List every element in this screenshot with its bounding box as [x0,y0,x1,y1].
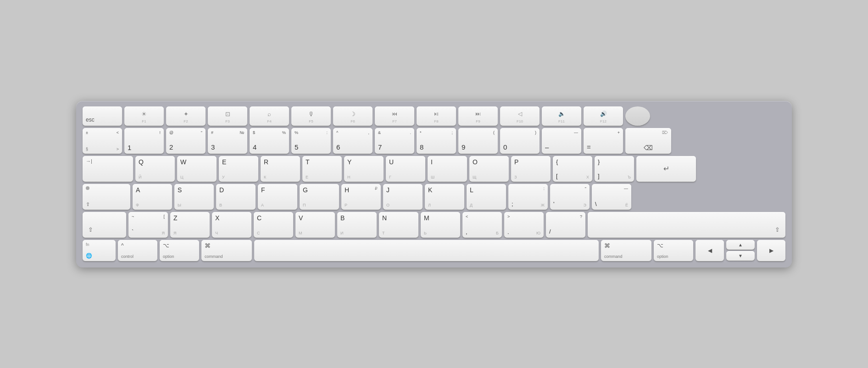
key-arrow-up[interactable]: ▲ [726,240,755,250]
key-f12[interactable]: 🔊 F12 [584,106,623,126]
key-f4[interactable]: ⌕ F4 [250,106,289,126]
key-t[interactable]: T Е [302,156,342,182]
key-fn[interactable]: fn 🌐 [83,240,116,261]
key-k[interactable]: K Л [425,184,464,210]
key-x[interactable]: X Ч [212,212,251,238]
key-g[interactable]: G П [300,184,339,210]
key-d[interactable]: D В [216,184,256,210]
key-e[interactable]: E У [219,156,258,182]
key-6[interactable]: ^ , 6 [333,128,373,154]
key-j[interactable]: J О [383,184,423,210]
key-comma[interactable]: < , Б [462,212,502,238]
key-p[interactable]: P З [511,156,551,182]
key-y[interactable]: Y Н [344,156,384,182]
key-control[interactable]: ^ control [118,240,157,261]
key-8[interactable]: * ; 8 [417,128,456,154]
key-quote[interactable]: " ' Э [550,184,590,210]
key-i[interactable]: I Ш [428,156,467,182]
key-b[interactable]: B И [337,212,377,238]
row-numbers: ± < § > ! 1 @ " 2 # № [83,128,785,154]
keyboard: esc ☀ F1 ✦ F2 ⊡ F3 ⌕ F4 [76,101,792,268]
key-w[interactable]: W Ц [177,156,217,182]
key-f[interactable]: F А [258,184,297,210]
key-esc[interactable]: esc [83,106,122,126]
key-shift-left[interactable]: ⇧ [83,212,126,238]
row-function: esc ☀ F1 ✦ F2 ⊡ F3 ⌕ F4 [83,106,785,126]
key-f8[interactable]: ⏯ F8 [417,106,456,126]
key-lbracket[interactable]: { [ Х [553,156,592,182]
row-qwerty: →| Q Й W Ц E У R К T Е Y Н U Г [83,156,785,182]
key-semicolon[interactable]: : ; Ж [508,184,548,210]
key-minus[interactable]: — – [542,128,581,154]
key-z[interactable]: Z Я [170,212,210,238]
key-f7[interactable]: ⏮ F7 [375,106,414,126]
key-arrows-updown: ▲ ▼ [726,240,755,261]
key-command-left[interactable]: ⌘ command [201,240,252,261]
row-zxcv: ⇧ ~ [ ` Я Z Я X Ч C С V М [83,212,785,238]
key-q[interactable]: Q Й [135,156,175,182]
row-asdf: ⇪ A Ф S Ы D В F А G П H ₽ Р [83,184,785,210]
key-u[interactable]: U Г [386,156,425,182]
key-caps[interactable]: ⇪ [83,184,130,210]
key-h[interactable]: H ₽ Р [341,184,381,210]
key-1[interactable]: ! 1 [124,128,164,154]
key-command-right[interactable]: ⌘ command [601,240,651,261]
key-v[interactable]: V М [295,212,335,238]
key-arrow-right[interactable]: ▶ [757,240,785,261]
key-f10[interactable]: ◁ F10 [500,106,540,126]
key-rbracket[interactable]: } ] Ъ [595,156,634,182]
key-s[interactable]: S Ы [174,184,214,210]
key-backspace[interactable]: ⌦ ⌫ [625,128,671,154]
key-4[interactable]: $ % 4 [250,128,289,154]
key-arrow-left[interactable]: ◀ [696,240,724,261]
key-arrow-down[interactable]: ▼ [726,251,755,261]
key-tilde[interactable]: ~ [ ` Я [128,212,168,238]
key-f9[interactable]: ⏭ F9 [458,106,498,126]
key-return[interactable]: ↵ [636,156,696,182]
key-c[interactable]: C С [254,212,293,238]
key-backtick[interactable]: ± < § > [83,128,122,154]
key-9[interactable]: ( 9 [458,128,498,154]
key-3[interactable]: # № 3 [208,128,247,154]
key-shift-right[interactable]: ⇧ [588,212,785,238]
key-backslash[interactable]: — \ Ё [592,184,631,210]
key-equal[interactable]: + = [584,128,623,154]
key-f11[interactable]: 🔈 F11 [542,106,581,126]
key-r[interactable]: R К [261,156,300,182]
key-0[interactable]: ) 0 [500,128,540,154]
key-a[interactable]: A Ф [133,184,172,210]
key-f1[interactable]: ☀ F1 [124,106,164,126]
key-tab[interactable]: →| [83,156,133,182]
key-f2[interactable]: ✦ F2 [166,106,206,126]
row-bottom: fn 🌐 ^ control ⌥ option ⌘ command [83,240,785,261]
key-f6[interactable]: ☽ F6 [333,106,373,126]
key-f3[interactable]: ⊡ F3 [208,106,247,126]
key-option-right[interactable]: ⌥ option [654,240,693,261]
key-n[interactable]: N Т [379,212,418,238]
key-m[interactable]: M Ь [421,212,460,238]
key-power[interactable] [625,106,650,126]
key-f5[interactable]: 🎙 F5 [291,106,331,126]
key-option-left[interactable]: ⌥ option [160,240,199,261]
key-space[interactable] [254,240,599,261]
key-5[interactable]: % : 5 [291,128,331,154]
key-7[interactable]: & . 7 [375,128,414,154]
key-slash[interactable]: ? / [546,212,585,238]
key-l[interactable]: L Д [467,184,506,210]
key-2[interactable]: @ " 2 [166,128,206,154]
key-period[interactable]: > . Ю [504,212,544,238]
key-o[interactable]: O Щ [469,156,509,182]
